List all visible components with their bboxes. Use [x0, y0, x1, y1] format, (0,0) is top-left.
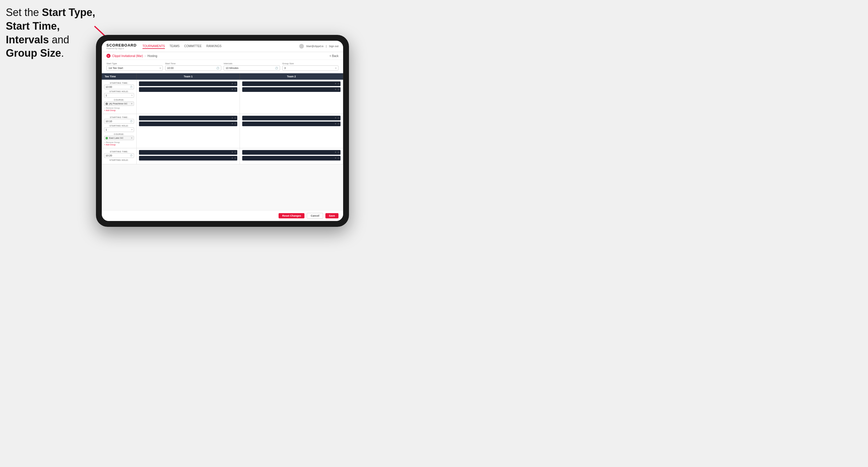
starting-hole-label-2: STARTING HOLE:	[104, 159, 134, 161]
group-left-2: STARTING TIME: 10:20 🕐 STARTING HOLE:	[102, 148, 137, 164]
save-button[interactable]: Save	[326, 213, 339, 218]
breadcrumb-icon: C	[106, 54, 111, 58]
remove-group-0[interactable]: ○ Remove Group	[104, 107, 134, 109]
group-left-0: STARTING TIME: 10:00 🕐 STARTING HOLE: 1 …	[102, 80, 137, 114]
expand-icon-1-0[interactable]: ⊙	[235, 117, 236, 119]
player-row-t2-1-0: ✕ ⊙	[242, 116, 341, 120]
nav-teams[interactable]: TEAMS	[169, 44, 179, 49]
breadcrumb-left: C Clippd Invitational (Mar) › Hosting	[106, 54, 157, 58]
table-header: Tee Time Team 1 Team 2	[102, 73, 343, 80]
team2-cell-0: ✕ ⊙ ✕ ⊙	[240, 80, 343, 114]
expand-icon-t2-0-0[interactable]: ⊙	[338, 83, 339, 85]
expand-icon-t2-2-1[interactable]: ⊙	[338, 157, 339, 159]
close-icon-t2-2-1[interactable]: ✕	[335, 157, 336, 159]
intervals-label: Intervals	[224, 62, 280, 65]
player-row-t2-2-1: ✕ ⊙	[242, 156, 341, 160]
close-icon-t2-0-0[interactable]: ✕	[335, 83, 336, 85]
breadcrumb-sep: ›	[145, 54, 146, 58]
close-icon-1-0[interactable]: ✕	[231, 117, 233, 119]
starting-hole-label-0: STARTING HOLE:	[104, 90, 134, 92]
expand-icon-t2-0-1[interactable]: ⊙	[338, 88, 339, 91]
group-size-label: Group Size	[282, 62, 339, 65]
starting-time-input-0[interactable]: 10:00 🕐	[104, 85, 134, 89]
start-type-group: Start Type 1st Tee Start ▾	[106, 62, 163, 71]
close-icon-1-1[interactable]: ✕	[231, 123, 233, 125]
start-type-label: Start Type	[106, 62, 163, 65]
nav-rankings[interactable]: RANKINGS	[206, 44, 221, 49]
user-email: blair@clippd.io	[306, 45, 323, 48]
header-team1: Team 1	[137, 73, 240, 80]
close-icon-t2-0-1[interactable]: ✕	[335, 88, 336, 91]
course-remove-1[interactable]: ✕	[131, 137, 133, 139]
expand-icon-0-1[interactable]: ⊙	[235, 88, 236, 91]
expand-icon-2-0[interactable]: ⊙	[235, 151, 236, 154]
nav-committee[interactable]: COMMITTEE	[184, 44, 202, 49]
player-row-2-1: ✕ ⊙	[139, 156, 237, 160]
expand-icon-2-1[interactable]: ⊙	[235, 157, 236, 159]
back-link[interactable]: < Back	[330, 54, 339, 58]
group-size-value: 3	[284, 67, 286, 69]
course-tag-1[interactable]: East Lake GC ✕	[104, 136, 134, 140]
starting-time-input-2[interactable]: 10:20 🕐	[104, 153, 134, 158]
course-remove-0[interactable]: ✕	[131, 103, 133, 105]
add-group-1[interactable]: + Add Group	[104, 144, 134, 146]
course-name-0: (A) Peachtree GC	[109, 102, 128, 105]
hole-chevron-1: ▾	[131, 128, 133, 131]
start-time-label: Start Time	[165, 62, 222, 65]
close-icon-2-0[interactable]: ✕	[231, 151, 233, 154]
team2-cell-1: ✕ ⊙ ✕ ⊙	[240, 114, 343, 148]
group-size-group: Group Size 3 ▾	[282, 62, 339, 71]
close-icon-t2-1-1[interactable]: ✕	[335, 123, 336, 125]
course-tag-0[interactable]: (A) Peachtree GC ✕	[104, 101, 134, 106]
starting-hole-value-1: 1	[105, 128, 107, 131]
team1-cell-2: ✕ ⊙ ✕ ⊙	[137, 148, 240, 164]
expand-icon-t2-2-0[interactable]: ⊙	[338, 151, 339, 154]
close-icon-2-1[interactable]: ✕	[231, 157, 233, 159]
intervals-input[interactable]: 10 Minutes 🕐	[224, 65, 280, 71]
player-row-1-0: ✕ ⊙	[139, 116, 237, 120]
starting-time-input-1[interactable]: 10:10 🕐	[104, 119, 134, 124]
starting-time-label-1: STARTING TIME:	[104, 116, 134, 118]
player-row-t2-1-1: ✕ ⊙	[242, 122, 341, 126]
close-icon-0-0[interactable]: ✕	[231, 83, 233, 85]
group-size-chevron: ▾	[335, 67, 336, 69]
nav-links: TOURNAMENTS TEAMS COMMITTEE RANKINGS	[143, 44, 300, 49]
remove-group-1[interactable]: ○ Remove Group	[104, 141, 134, 143]
tablet-screen: SCOREBOARD Powered by clipp.io TOURNAMEN…	[102, 41, 343, 221]
intervals-clock: 🕐	[275, 67, 278, 69]
player-row-0-0: ✕ ⊙	[139, 82, 237, 86]
nav-tournaments[interactable]: TOURNAMENTS	[143, 44, 165, 49]
starting-time-value-0: 10:00	[105, 86, 112, 88]
logo-area: SCOREBOARD Powered by clipp.io	[106, 43, 137, 50]
start-time-input[interactable]: 10:00 🕐	[165, 65, 222, 71]
breadcrumb-tournament[interactable]: Clippd Invitational (Mar)	[112, 54, 143, 58]
intervals-value: 10 Minutes	[226, 67, 239, 69]
close-icon-0-1[interactable]: ✕	[231, 88, 233, 91]
starting-hole-input-1[interactable]: 1 ▾	[104, 127, 134, 132]
expand-icon-t2-1-0[interactable]: ⊙	[338, 117, 339, 119]
sign-out-link[interactable]: Sign out	[329, 45, 339, 48]
expand-icon-t2-1-1[interactable]: ⊙	[338, 123, 339, 125]
close-icon-t2-1-0[interactable]: ✕	[335, 117, 336, 119]
group-size-input[interactable]: 3 ▾	[282, 65, 339, 71]
starting-time-label-2: STARTING TIME:	[104, 151, 134, 153]
start-time-clock: 🕐	[216, 67, 219, 69]
cancel-button[interactable]: Cancel	[307, 213, 323, 219]
reset-button[interactable]: Reset Changes	[279, 213, 305, 218]
tablet-frame: SCOREBOARD Powered by clipp.io TOURNAMEN…	[96, 35, 349, 227]
starting-hole-value-0: 1	[105, 94, 107, 97]
course-label-1: COURSE:	[104, 133, 134, 135]
course-label-0: COURSE:	[104, 99, 134, 101]
add-group-0[interactable]: + Add Group	[104, 109, 134, 112]
expand-icon-1-1[interactable]: ⊙	[235, 123, 236, 125]
player-row-0-1: ✕ ⊙	[139, 87, 237, 92]
breadcrumb-bar: C Clippd Invitational (Mar) › Hosting < …	[102, 52, 343, 60]
team2-cell-2: ✕ ⊙ ✕ ⊙	[240, 148, 343, 164]
player-row-2-0: ✕ ⊙	[139, 150, 237, 155]
starting-hole-input-0[interactable]: 1 ▾	[104, 93, 134, 98]
expand-icon-0-0[interactable]: ⊙	[235, 83, 236, 85]
start-type-input[interactable]: 1st Tee Start ▾	[106, 65, 163, 71]
close-icon-t2-2-0[interactable]: ✕	[335, 151, 336, 154]
group-row-1: STARTING TIME: 10:10 🕐 STARTING HOLE: 1 …	[102, 114, 343, 148]
team1-cell-0: ✕ ⊙ ✕ ⊙	[137, 80, 240, 114]
